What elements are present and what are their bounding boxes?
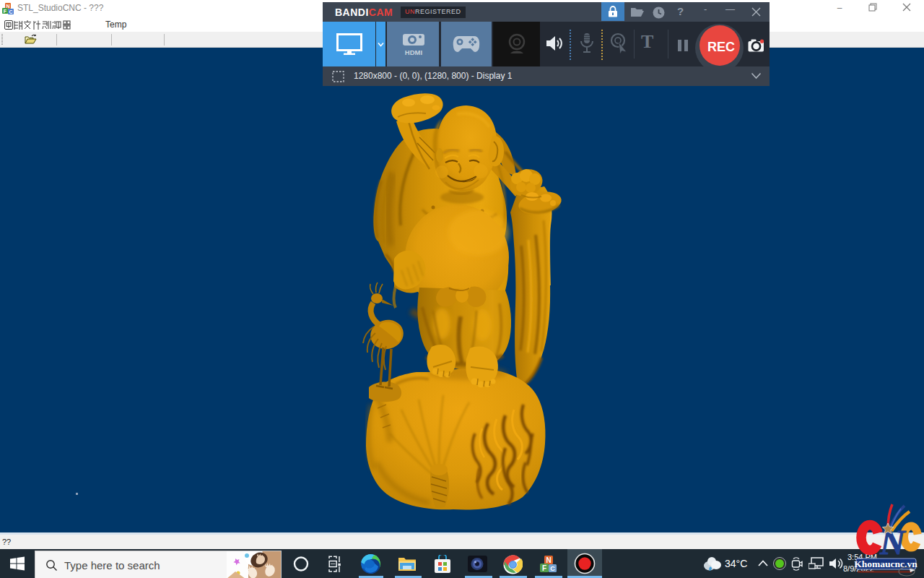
- svg-text:F: F: [4, 9, 7, 14]
- svg-text:HDMI: HDMI: [405, 48, 422, 56]
- svg-text:C: C: [550, 565, 555, 572]
- svg-text:C: C: [9, 9, 12, 14]
- svg-text:N: N: [879, 523, 907, 561]
- svg-text:F: F: [542, 564, 546, 572]
- svg-text:N: N: [6, 4, 9, 9]
- svg-text:Khomaucnc.vn: Khomaucnc.vn: [854, 558, 918, 569]
- svg-text:N: N: [546, 556, 551, 564]
